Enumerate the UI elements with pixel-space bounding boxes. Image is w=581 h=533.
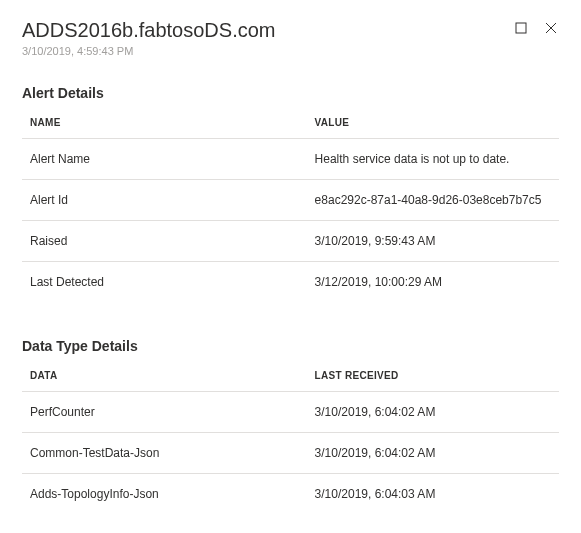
alert-details-table: NAME VALUE Alert Name Health service dat… [22,107,559,302]
col-header-data: DATA [22,360,307,392]
table-row: Alert Name Health service data is not up… [22,139,559,180]
cell-name: Raised [22,221,307,262]
cell-value: 3/10/2019, 9:59:43 AM [307,221,559,262]
cell-name: Alert Id [22,180,307,221]
cell-value: 3/10/2019, 6:04:02 AM [307,392,559,433]
panel-header: ADDS2016b.fabtosoDS.com 3/10/2019, 4:59:… [22,18,559,57]
cell-value: 3/10/2019, 6:04:02 AM [307,433,559,474]
title-block: ADDS2016b.fabtosoDS.com 3/10/2019, 4:59:… [22,18,513,57]
restore-icon [515,22,527,34]
cell-name: PerfCounter [22,392,307,433]
cell-name: Adds-TopologyInfo-Json [22,474,307,515]
svg-rect-0 [516,23,526,33]
table-row: PerfCounter 3/10/2019, 6:04:02 AM [22,392,559,433]
cell-name: Common-TestData-Json [22,433,307,474]
close-icon [545,22,557,34]
window-controls [513,20,559,36]
panel-title: ADDS2016b.fabtosoDS.com [22,18,513,42]
table-row: Last Detected 3/12/2019, 10:00:29 AM [22,262,559,303]
col-header-lastreceived: LAST RECEIVED [307,360,559,392]
col-header-value: VALUE [307,107,559,139]
cell-name: Alert Name [22,139,307,180]
close-button[interactable] [543,20,559,36]
table-row: Adds-TopologyInfo-Json 3/10/2019, 6:04:0… [22,474,559,515]
cell-value: 3/12/2019, 10:00:29 AM [307,262,559,303]
data-type-details-table: DATA LAST RECEIVED PerfCounter 3/10/2019… [22,360,559,514]
cell-name: Last Detected [22,262,307,303]
data-type-details-heading: Data Type Details [22,338,559,354]
restore-button[interactable] [513,20,529,36]
panel-timestamp: 3/10/2019, 4:59:43 PM [22,45,513,57]
alert-details-heading: Alert Details [22,85,559,101]
table-row: Raised 3/10/2019, 9:59:43 AM [22,221,559,262]
col-header-name: NAME [22,107,307,139]
cell-value: Health service data is not up to date. [307,139,559,180]
table-row: Alert Id e8ac292c-87a1-40a8-9d26-03e8ceb… [22,180,559,221]
table-row: Common-TestData-Json 3/10/2019, 6:04:02 … [22,433,559,474]
cell-value: e8ac292c-87a1-40a8-9d26-03e8ceb7b7c5 [307,180,559,221]
alert-panel: ADDS2016b.fabtosoDS.com 3/10/2019, 4:59:… [0,0,581,533]
cell-value: 3/10/2019, 6:04:03 AM [307,474,559,515]
